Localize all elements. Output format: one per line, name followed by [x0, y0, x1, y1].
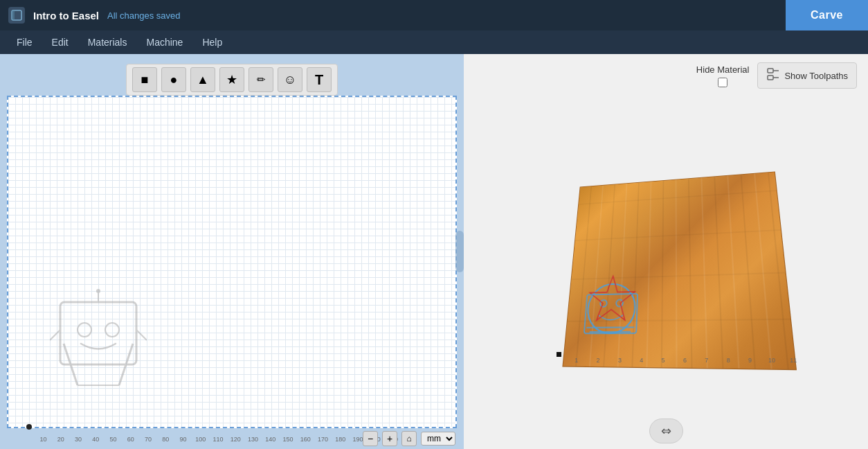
show-toolpaths-button[interactable]: Show Toolpaths	[757, 62, 857, 89]
svg-rect-1	[12, 10, 15, 20]
menu-machine[interactable]: Machine	[138, 34, 191, 51]
text-tool[interactable]: T	[307, 67, 332, 92]
x-label: 180	[332, 436, 349, 443]
svg-rect-13	[768, 76, 773, 80]
swap-icon: ⇔	[661, 424, 671, 438]
wood-material	[562, 171, 797, 370]
x-label: 160	[297, 436, 314, 443]
svg-rect-5	[60, 302, 136, 364]
pen-tool[interactable]: ✏	[248, 67, 273, 92]
origin-dot	[26, 424, 32, 430]
scrollbar-handle[interactable]	[455, 231, 464, 272]
hide-material-control: Hide Material	[696, 64, 750, 87]
x-label: 10	[35, 436, 52, 443]
ellipse-tool[interactable]: ●	[161, 67, 186, 92]
svg-point-16	[586, 283, 636, 333]
menu-file[interactable]: File	[8, 34, 41, 51]
3d-preview: 1 2 3 4 5 6 7 8 9 10 11	[464, 97, 868, 413]
x-label: 170	[314, 436, 332, 443]
svg-point-18	[616, 299, 623, 306]
home-button[interactable]: ⌂	[401, 431, 417, 446]
3d-origin-dot	[557, 352, 561, 357]
bottom-controls: − + ⌂ mm in	[363, 431, 455, 446]
toolbar: ■ ● ▲ ★ ✏ ☺ T	[126, 64, 338, 96]
header: Intro to Easel All changes saved Carve	[0, 0, 868, 30]
canvas-workspace[interactable]	[7, 96, 457, 428]
svg-point-17	[600, 300, 607, 307]
svg-point-9	[96, 289, 100, 293]
svg-line-10	[50, 330, 60, 340]
menu-help[interactable]: Help	[194, 34, 230, 51]
smiley-tool[interactable]: ☺	[278, 67, 302, 92]
x-label: 70	[140, 436, 157, 443]
svg-marker-19	[588, 275, 635, 320]
canvas-panel: ■ ● ▲ ★ ✏ ☺ T 280 270 260 250 240 230 22…	[0, 54, 464, 449]
x-label: 120	[227, 436, 244, 443]
zoom-in-button[interactable]: +	[382, 431, 397, 446]
menu-edit[interactable]: Edit	[44, 34, 77, 51]
menu-materials[interactable]: Materials	[80, 34, 136, 51]
rectangle-tool[interactable]: ■	[132, 67, 157, 92]
zoom-out-button[interactable]: −	[363, 431, 378, 446]
svg-rect-12	[768, 69, 773, 73]
x-label: 140	[262, 436, 279, 443]
window-icon	[8, 7, 25, 24]
star-tool[interactable]: ★	[219, 67, 244, 92]
x-label: 20	[52, 436, 69, 443]
robot-mascot	[50, 288, 147, 392]
hide-material-label: Hide Material	[696, 64, 750, 75]
svg-point-7	[105, 323, 119, 337]
zoom-in-icon: +	[387, 433, 392, 444]
right-panel: Hide Material Show Toolpaths	[464, 54, 868, 449]
svg-line-11	[136, 330, 147, 340]
swap-button[interactable]: ⇔	[649, 419, 683, 443]
design-overlay	[575, 270, 646, 341]
triangle-tool[interactable]: ▲	[190, 67, 215, 92]
x-label: 90	[174, 436, 192, 443]
unit-selector[interactable]: mm in	[421, 432, 455, 446]
header-left: Intro to Easel All changes saved	[8, 7, 181, 24]
x-label: 130	[244, 436, 262, 443]
save-status: All changes saved	[107, 10, 181, 21]
show-toolpaths-label: Show Toolpaths	[784, 71, 848, 81]
project-title: Intro to Easel	[33, 10, 99, 21]
home-icon: ⌂	[406, 434, 411, 443]
hide-material-checkbox[interactable]	[718, 78, 727, 87]
carve-button[interactable]: Carve	[786, 0, 868, 30]
x-label: 80	[157, 436, 174, 443]
x-label: 60	[122, 436, 139, 443]
right-top-controls: Hide Material Show Toolpaths	[464, 54, 868, 97]
zoom-out-icon: −	[368, 433, 373, 444]
x-label: 40	[87, 436, 105, 443]
x-label: 150	[280, 436, 297, 443]
toolpaths-icon	[766, 67, 780, 84]
x-label: 50	[105, 436, 122, 443]
bottom-arrow-area: ⇔	[464, 413, 868, 449]
x-label: 110	[210, 436, 227, 443]
menubar: File Edit Materials Machine Help	[0, 30, 868, 54]
svg-point-6	[78, 323, 91, 337]
main-layout: ■ ● ▲ ★ ✏ ☺ T 280 270 260 250 240 230 22…	[0, 54, 868, 449]
x-label: 30	[70, 436, 87, 443]
x-label: 100	[192, 436, 209, 443]
